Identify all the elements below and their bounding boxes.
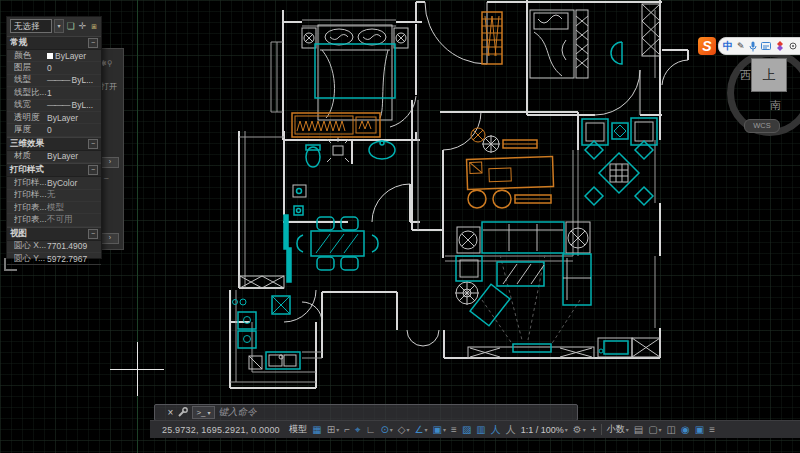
status-graphics-performance[interactable]: ◉ [679,421,693,438]
command-wrench-icon[interactable] [177,407,188,418]
property-value[interactable]: 7701.4909 [47,241,87,251]
status-annotation-scale[interactable]: 1:1 / 100%▾ [518,421,570,438]
status-transparency[interactable]: ▨ [459,421,473,438]
ime-pen-icon[interactable]: ✎ [737,41,745,51]
pick-add-icon[interactable]: ✛ [78,21,88,32]
property-row: 圆心 Y...5972.7967 [7,253,101,265]
property-label: 打印样... [14,189,47,201]
property-row: 打印表...模型 [7,202,101,214]
status-clean-screen[interactable]: ▣ [692,421,706,438]
crosshair-vertical [137,342,138,396]
property-label: 透明度 [14,112,47,124]
toggle-pickadd-icon[interactable]: ⧆ [89,21,99,32]
property-value[interactable]: 5972.7967 [47,254,87,264]
status-selection-cycling[interactable]: ▥ [474,421,488,438]
property-value[interactable]: 不可用 [47,214,73,226]
property-value[interactable]: 无 [47,189,56,201]
property-row: 透明度ByLayer [7,112,101,124]
command-input-placeholder[interactable]: 键入命令 [219,406,257,419]
ime-toolbox-icon[interactable] [789,41,798,51]
property-value[interactable]: ByLayer [47,51,86,61]
property-label: 线型比... [14,87,47,99]
section-header[interactable]: 三维效果− [7,137,101,151]
properties-rows: 常规−颜色ByLayer图层0线型———ByL...线型比...1线宽———By… [7,36,101,265]
property-value[interactable]: 0 [47,63,52,73]
command-line[interactable]: ⣿ × >_▾ 键入命令 [154,404,578,421]
property-label: 圆心 X... [14,240,47,252]
section-header[interactable]: 常规− [7,36,101,50]
property-label: 圆心 Y... [14,253,47,265]
status-isometric-drafting[interactable]: ◇▾ [395,421,412,438]
status-grid-display[interactable]: ▦ [310,421,324,438]
property-value[interactable]: 模型 [47,202,64,214]
layer-on-label: 打开 [101,81,117,92]
status-polar-tracking[interactable]: ⊙▾ [378,421,395,438]
property-value[interactable]: ByLayer [47,151,78,161]
viewcube-south[interactable]: 南 [770,98,781,113]
status-customization[interactable]: ≡ [707,421,718,438]
property-value[interactable]: ———ByL... [47,100,93,110]
status-units[interactable]: 小数▾ [604,421,631,438]
wcs-dropdown[interactable]: WCS [744,119,780,133]
property-label: 线型 [14,74,47,86]
property-value[interactable]: ByColor [47,178,77,188]
status-quick-properties[interactable]: ▤ [631,421,645,438]
status-annotation-monitor[interactable]: + [588,421,599,438]
property-row: 打印样...无 [7,190,101,202]
property-label: 打印表... [14,214,47,226]
section-header[interactable]: 打印样式− [7,163,101,177]
sogou-logo-icon[interactable]: S [698,37,716,55]
status-lock-ui[interactable]: ▢▾ [646,421,664,438]
ime-language-icon[interactable]: 中 [723,39,733,53]
properties-header: 无选择 ▾ ❏ ✛ ⧆ [7,17,101,36]
palette-grip[interactable] [4,258,17,271]
status-ortho-mode[interactable]: ∟ [363,421,378,438]
quick-select-icon[interactable]: ❏ [66,21,76,32]
status-toggles: 模型▦⊞▾⌐⌖∟⊙▾◇▾∠▾▣▾≡▨▥人人1:1 / 100%▾⚙▾+小数▾▤▢… [287,421,718,438]
status-autoscale[interactable]: 人 [503,421,518,438]
selection-dropdown-arrow[interactable]: ▾ [54,19,64,33]
status-object-snap-tracking[interactable]: ∠▾ [412,421,430,438]
property-row: 线型———ByL... [7,75,101,87]
status-workspace-switching[interactable]: ⚙▾ [570,421,588,438]
status-infer-constraints[interactable]: ⌐ [342,421,353,438]
property-value[interactable]: 1 [47,88,52,98]
command-prompt-button[interactable]: >_▾ [192,406,214,419]
status-dynamic-input[interactable]: ⌖ [353,421,364,438]
coordinates-readout: 25.9732, 1695.2921, 0.0000 [150,425,287,435]
property-row: 线型比...1 [7,87,101,99]
viewcube-top-face[interactable]: 上 [751,58,787,92]
ime-skin-icon[interactable] [775,41,785,51]
panel-scroll-button[interactable]: › [101,157,119,168]
section-header[interactable]: 视图− [7,227,101,241]
status-model-space[interactable]: 模型 [287,421,310,438]
command-close-icon[interactable]: × [168,407,174,418]
property-row: 圆心 X...7701.4909 [7,241,101,253]
property-value[interactable]: 0 [47,125,52,135]
ime-pill: 中 ✎ [718,37,800,55]
panel-minus[interactable]: – [104,173,108,182]
status-annotation-visibility[interactable]: 人 [488,421,503,438]
status-object-isolation[interactable]: ◫ [664,421,678,438]
status-object-snap[interactable]: ▣▾ [430,421,448,438]
ime-panel-icon[interactable] [761,41,771,51]
property-value[interactable]: ———ByL... [47,75,93,85]
ime-toolbar: S 中 ✎ [698,37,800,55]
panel-scroll-button-2[interactable]: › [101,233,119,244]
property-row: 材质ByLayer [7,151,101,163]
selection-dropdown[interactable]: 无选择 [10,19,52,33]
property-value[interactable]: ByLayer [47,113,78,123]
property-row: 图层0 [7,62,101,74]
ime-mic-icon[interactable] [749,41,757,52]
viewcube-west[interactable]: 西 [740,68,751,83]
property-row: 打印样...ByColor [7,177,101,189]
property-label: 厚度 [14,124,47,136]
property-row: 打印表...不可用 [7,214,101,226]
status-snap-mode[interactable]: ⊞▾ [324,421,341,438]
property-label: 材质 [14,150,47,162]
command-grip-handle[interactable]: ⣿ [159,408,164,418]
status-lineweight[interactable]: ≡ [449,421,460,438]
property-label: 线宽 [14,99,47,111]
property-label: 颜色 [14,50,47,62]
property-label: 图层 [14,62,47,74]
